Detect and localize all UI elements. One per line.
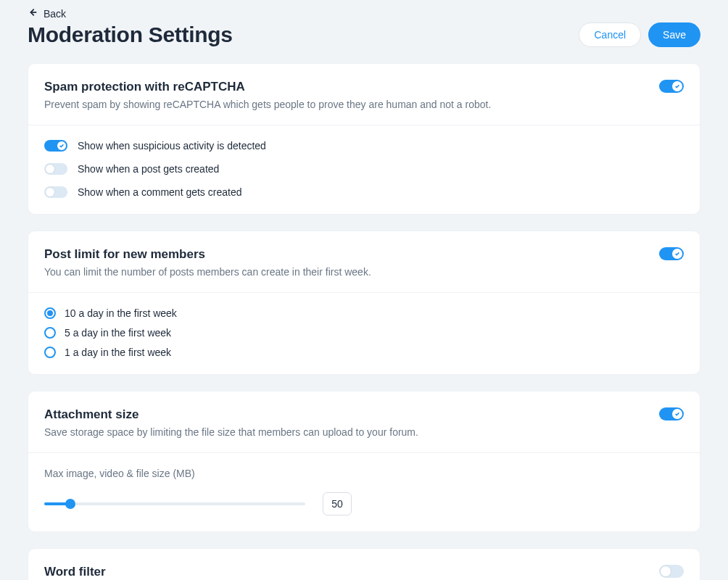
- post-limit-option-5-label: 5 a day in the first week: [65, 327, 171, 339]
- page-title: Moderation Settings: [28, 22, 233, 47]
- spam-option-comment-toggle[interactable]: [44, 186, 67, 198]
- spam-option-suspicious-label: Show when suspicious activity is detecte…: [78, 140, 266, 152]
- attachment-slider[interactable]: [44, 502, 305, 505]
- post-limit-option-10-label: 10 a day in the first week: [65, 307, 177, 319]
- slider-thumb[interactable]: [65, 499, 75, 509]
- back-link[interactable]: Back: [28, 7, 700, 20]
- post-limit-option-1-label: 1 a day in the first week: [65, 347, 171, 358]
- spam-card: Spam protection with reCAPTCHA Prevent s…: [28, 63, 700, 215]
- radio-icon: [44, 307, 56, 319]
- back-label: Back: [44, 8, 66, 20]
- word-filter-toggle[interactable]: [659, 565, 684, 578]
- spam-option-suspicious-toggle[interactable]: [44, 140, 67, 152]
- post-limit-desc: You can limit the number of posts member…: [44, 266, 371, 278]
- word-filter-card: Word filter Combat spam by blocking post…: [28, 548, 700, 580]
- attachment-card: Attachment size Save storage space by li…: [28, 391, 700, 532]
- attachment-slider-label: Max image, video & file size (MB): [44, 468, 684, 479]
- cancel-button[interactable]: Cancel: [579, 22, 641, 47]
- post-limit-title: Post limit for new members: [44, 247, 371, 262]
- post-limit-option-5[interactable]: 5 a day in the first week: [44, 327, 684, 339]
- spam-option-post-label: Show when a post gets created: [78, 163, 219, 175]
- post-limit-card: Post limit for new members You can limit…: [28, 231, 700, 375]
- spam-option-comment-label: Show when a comment gets created: [78, 186, 241, 198]
- post-limit-toggle[interactable]: [659, 247, 684, 260]
- spam-toggle[interactable]: [659, 80, 684, 93]
- attachment-desc: Save storage space by limiting the file …: [44, 426, 418, 438]
- post-limit-option-10[interactable]: 10 a day in the first week: [44, 307, 684, 319]
- attachment-toggle[interactable]: [659, 407, 684, 420]
- radio-icon: [44, 347, 56, 358]
- spam-desc: Prevent spam by showing reCAPTCHA which …: [44, 99, 491, 110]
- spam-option-suspicious: Show when suspicious activity is detecte…: [44, 140, 684, 152]
- radio-icon: [44, 327, 56, 339]
- attachment-value-input[interactable]: [323, 492, 352, 515]
- spam-option-post: Show when a post gets created: [44, 163, 684, 175]
- page-header: Moderation Settings Cancel Save: [28, 22, 700, 47]
- post-limit-option-1[interactable]: 1 a day in the first week: [44, 347, 684, 358]
- attachment-title: Attachment size: [44, 407, 418, 422]
- spam-option-post-toggle[interactable]: [44, 163, 67, 175]
- back-arrow-icon: [28, 7, 38, 20]
- save-button[interactable]: Save: [648, 22, 700, 47]
- spam-option-comment: Show when a comment gets created: [44, 186, 684, 198]
- word-filter-title: Word filter: [44, 565, 490, 579]
- header-actions: Cancel Save: [579, 22, 700, 47]
- spam-title: Spam protection with reCAPTCHA: [44, 80, 491, 94]
